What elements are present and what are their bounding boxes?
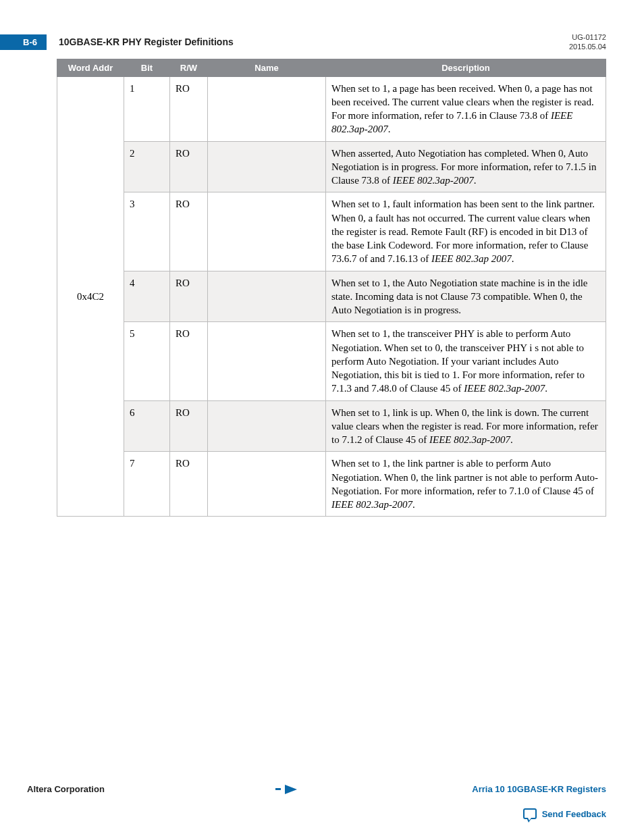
col-description: Description bbox=[326, 59, 606, 76]
cell-description: When asserted, Auto Negotiation has comp… bbox=[326, 141, 606, 192]
feedback-icon bbox=[523, 808, 537, 819]
col-name: Name bbox=[208, 59, 326, 76]
page-header: B-6 10GBASE-KR PHY Register Definitions … bbox=[27, 32, 606, 52]
cell-name bbox=[208, 452, 326, 517]
table-row: 7ROWhen set to 1, the link partner is ab… bbox=[57, 452, 606, 517]
cell-rw: RO bbox=[170, 141, 208, 192]
cell-description: When set to 1, fault information has bee… bbox=[326, 192, 606, 271]
doc-id: UG-01172 bbox=[569, 32, 606, 42]
footer-company: Altera Corporation bbox=[27, 784, 105, 794]
cell-bit: 3 bbox=[124, 192, 170, 271]
feedback-label: Send Feedback bbox=[542, 809, 606, 819]
section-title: 10GBASE-KR PHY Register Definitions bbox=[59, 36, 569, 47]
cell-name bbox=[208, 141, 326, 192]
cell-bit: 6 bbox=[124, 400, 170, 452]
cell-description: When set to 1, link is up. When 0, the l… bbox=[326, 400, 606, 452]
cell-description: When set to 1, a page has been received.… bbox=[326, 76, 606, 141]
col-word-addr: Word Addr bbox=[57, 59, 124, 76]
table-header-row: Word Addr Bit R/W Name Description bbox=[57, 59, 606, 76]
table-row: 0x4C21ROWhen set to 1, a page has been r… bbox=[57, 76, 606, 141]
table-row: 5ROWhen set to 1, the transceiver PHY is… bbox=[57, 322, 606, 400]
cell-description: When set to 1, the transceiver PHY is ab… bbox=[326, 322, 606, 400]
page-number-badge: B-6 bbox=[0, 34, 47, 50]
cell-bit: 2 bbox=[124, 141, 170, 192]
cell-name bbox=[208, 76, 326, 141]
table-row: 6ROWhen set to 1, link is up. When 0, th… bbox=[57, 400, 606, 452]
cell-name bbox=[208, 271, 326, 322]
table-row: 3ROWhen set to 1, fault information has … bbox=[57, 192, 606, 271]
cell-description: When set to 1, the Auto Negotiation stat… bbox=[326, 271, 606, 322]
cell-bit: 1 bbox=[124, 76, 170, 141]
page-footer: Altera Corporation Arria 10 10GBASE-KR R… bbox=[27, 783, 606, 795]
cell-rw: RO bbox=[170, 322, 208, 400]
footer-arrow-decoration bbox=[275, 783, 301, 795]
cell-name bbox=[208, 400, 326, 452]
doc-date: 2015.05.04 bbox=[569, 42, 606, 51]
cell-rw: RO bbox=[170, 452, 208, 517]
footer-doc-link[interactable]: Arria 10 10GBASE-KR Registers bbox=[472, 784, 606, 794]
cell-rw: RO bbox=[170, 271, 208, 322]
cell-rw: RO bbox=[170, 76, 208, 141]
cell-bit: 4 bbox=[124, 271, 170, 322]
document-meta: UG-01172 2015.05.04 bbox=[569, 32, 606, 52]
send-feedback-link[interactable]: Send Feedback bbox=[523, 808, 606, 819]
cell-description: When set to 1, the link partner is able … bbox=[326, 452, 606, 517]
cell-bit: 5 bbox=[124, 322, 170, 400]
col-bit: Bit bbox=[124, 59, 170, 76]
cell-rw: RO bbox=[170, 192, 208, 271]
cell-rw: RO bbox=[170, 400, 208, 452]
cell-bit: 7 bbox=[124, 452, 170, 517]
table-row: 4ROWhen set to 1, the Auto Negotiation s… bbox=[57, 271, 606, 322]
cell-name bbox=[208, 322, 326, 400]
table-row: 2ROWhen asserted, Auto Negotiation has c… bbox=[57, 141, 606, 192]
register-table: Word Addr Bit R/W Name Description 0x4C2… bbox=[57, 59, 606, 517]
col-rw: R/W bbox=[170, 59, 208, 76]
cell-name bbox=[208, 192, 326, 271]
cell-word-addr: 0x4C2 bbox=[57, 76, 124, 517]
